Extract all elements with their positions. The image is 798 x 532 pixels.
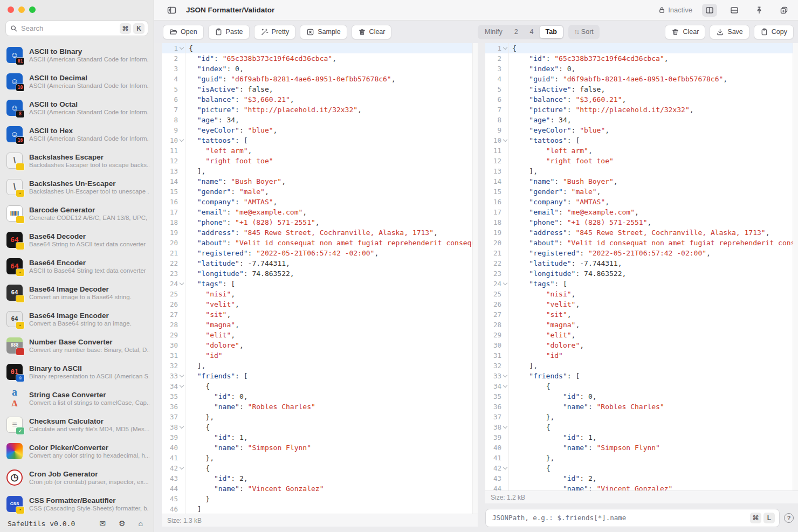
code-line: 5 "isActive": false, (485, 84, 798, 94)
line-number: 44 (485, 483, 501, 490)
save-button[interactable]: Save (710, 25, 749, 39)
line-number: 44 (162, 483, 178, 494)
new-window-button[interactable] (776, 4, 792, 17)
toggle-sidebar-icon[interactable] (167, 6, 176, 15)
sidebar-item-color-picker-converter[interactable]: Color Picker/ConverterConvert any color … (0, 438, 154, 464)
fold-gutter (178, 186, 185, 197)
fold-toggle-icon[interactable] (501, 43, 508, 53)
fold-toggle-icon[interactable] (178, 371, 185, 381)
sidebar-item-base64-image-decoder[interactable]: 64Base64 Image DecoderConvert an image t… (0, 279, 154, 306)
sidebar-item-css-formatter-beautifier[interactable]: CSS*CSS Formatter/BeautifierCSS (Cascadi… (0, 490, 154, 515)
line-number: 25 (485, 289, 501, 299)
fold-toggle-icon[interactable] (501, 371, 508, 381)
fold-gutter (178, 238, 185, 248)
fold-toggle-icon[interactable] (501, 422, 508, 432)
fold-toggle-icon[interactable] (178, 279, 185, 289)
sidebar-item-ascii-to-decimal[interactable]: ☺10ASCII to DecimalASCII (American Stand… (0, 68, 154, 94)
zoom-window-button[interactable] (29, 6, 36, 13)
jsonpath-input[interactable] (492, 514, 748, 522)
code-line: 11 "left arm", (162, 146, 478, 156)
sidebar-item-string-case-converter[interactable]: aAString Case ConverterConvert a list of… (0, 385, 154, 411)
segment-indent-2[interactable]: 2 (508, 26, 524, 38)
fold-toggle-icon[interactable] (178, 135, 185, 146)
tool-title: Base64 Image Encoder (29, 312, 149, 320)
sample-button[interactable]: Sample (300, 25, 347, 39)
line-number: 32 (162, 361, 178, 371)
json-input-editor[interactable]: 1{2 "id": "65c338b373c19f64cd36cbca",3 "… (162, 43, 478, 514)
jsonpath-field[interactable]: ⌘ L (485, 509, 780, 527)
window-traffic-lights (0, 0, 154, 19)
sidebar-item-ascii-to-hex[interactable]: ☺16ASCII to HexASCII (American Standard … (0, 121, 154, 147)
fold-gutter (501, 453, 508, 463)
line-number: 31 (485, 350, 501, 361)
split-horizontal-button[interactable] (727, 4, 742, 17)
line-number: 17 (485, 207, 501, 217)
tool-description: ASCII (American Standard Code for Inform… (29, 135, 149, 142)
sidebar-item-cron-job-generator[interactable]: ◷Cron Job GeneratorCron job (or crontab)… (0, 464, 154, 490)
backslashes-escaper-icon: \ (6, 153, 23, 169)
home-icon[interactable]: ⌂ (139, 519, 143, 528)
fold-gutter (178, 299, 185, 309)
code-line: 41 }, (485, 453, 798, 463)
sidebar-item-binary-to-ascii[interactable]: 01☺Binary to ASCIIBinary representation … (0, 358, 154, 385)
fold-toggle-icon[interactable] (178, 463, 185, 473)
json-output-editor[interactable]: 1{2 "id": "65c338b373c19f64cd36cbca",3 "… (485, 43, 798, 490)
gear-icon[interactable]: ⚙ (119, 519, 126, 528)
fold-gutter (501, 299, 508, 309)
segment-minify[interactable]: Minify (479, 26, 508, 38)
line-number: 15 (162, 186, 178, 197)
open-button[interactable]: Open (163, 25, 204, 39)
sidebar-item-barcode-generator[interactable]: ‖‖‖Barcode GeneratorGenerate CODE12 A/B/… (0, 200, 154, 226)
sidebar-item-number-base-converter[interactable]: 888Number Base ConverterConvert any numb… (0, 332, 154, 358)
segment-indent-4[interactable]: 4 (524, 26, 540, 38)
search-icon (10, 25, 18, 32)
sidebar-item-ascii-to-binary[interactable]: ☺01ASCII to BinaryASCII (American Standa… (0, 42, 154, 68)
fold-toggle-icon[interactable] (178, 43, 185, 53)
sidebar-item-backslashes-escaper[interactable]: \Backslashes EscaperBackslashes Escaper … (0, 147, 154, 174)
sidebar-item-base64-image-encoder[interactable]: 64▪Base64 Image EncoderConvert a Base64 … (0, 306, 154, 332)
cmd-key-badge: ⌘ (120, 23, 131, 34)
fold-gutter (178, 350, 185, 361)
fold-toggle-icon[interactable] (178, 422, 185, 432)
code-line: 20 "about": "Velit id consequat non amet… (162, 238, 478, 248)
line-number: 29 (162, 330, 178, 340)
segment-indent-tab[interactable]: Tab (540, 26, 563, 38)
jsonpath-help-icon[interactable]: ? (784, 513, 794, 523)
line-number: 18 (485, 217, 501, 227)
clear-output-button[interactable]: Clear (665, 25, 705, 39)
tool-title: Backslashes Un-Escaper (29, 179, 149, 188)
split-vertical-button[interactable] (702, 4, 717, 17)
fold-toggle-icon[interactable] (501, 463, 508, 473)
code-line: 3 "index": 0, (162, 64, 478, 74)
line-number: 33 (485, 371, 501, 381)
pin-window-button[interactable] (752, 4, 767, 17)
sidebar-item-checksum-calculator[interactable]: ≡✓Checksum CalculatorCalculate and verif… (0, 411, 154, 438)
code-line: 41 }, (162, 453, 478, 463)
sidebar-item-ascii-to-octal[interactable]: ☺8ASCII to OctalASCII (American Standard… (0, 94, 154, 121)
line-number: 20 (162, 238, 178, 248)
fold-toggle-icon[interactable] (501, 279, 508, 289)
fold-toggle-icon[interactable] (178, 381, 185, 391)
copy-button[interactable]: Copy (754, 25, 794, 39)
minimize-window-button[interactable] (18, 6, 25, 13)
clear-input-button[interactable]: Clear (352, 25, 392, 39)
mail-icon[interactable]: ✉ (99, 519, 106, 528)
fold-gutter (501, 330, 508, 340)
tool-title: Number Base Converter (29, 338, 149, 346)
sidebar-item-base64-encoder[interactable]: 64▪Base64 EncoderASCII to Base64 String … (0, 253, 154, 279)
fold-gutter (178, 453, 185, 463)
search-field[interactable]: ⌘ K (5, 20, 148, 36)
sort-button[interactable]: ↑↓ Sort (568, 25, 600, 39)
code-line: 4 "guid": "d6f9abfb-8281-4ae6-8951-0efbb… (162, 74, 478, 84)
fold-gutter (501, 248, 508, 258)
sidebar-item-base64-decoder[interactable]: 64Base64 DecoderBase64 String to ASCII t… (0, 226, 154, 253)
pretty-button[interactable]: Pretty (254, 25, 296, 39)
line-number: 40 (162, 443, 178, 453)
fold-toggle-icon[interactable] (501, 381, 508, 391)
close-window-button[interactable] (8, 6, 14, 13)
search-input[interactable] (18, 24, 118, 32)
paste-button[interactable]: Paste (208, 25, 250, 39)
sidebar-item-backslashes-unescaper[interactable]: \▪Backslashes Un-EscaperBackslashes Un-E… (0, 174, 154, 200)
fold-toggle-icon[interactable] (501, 135, 508, 146)
trash-icon (671, 28, 679, 36)
